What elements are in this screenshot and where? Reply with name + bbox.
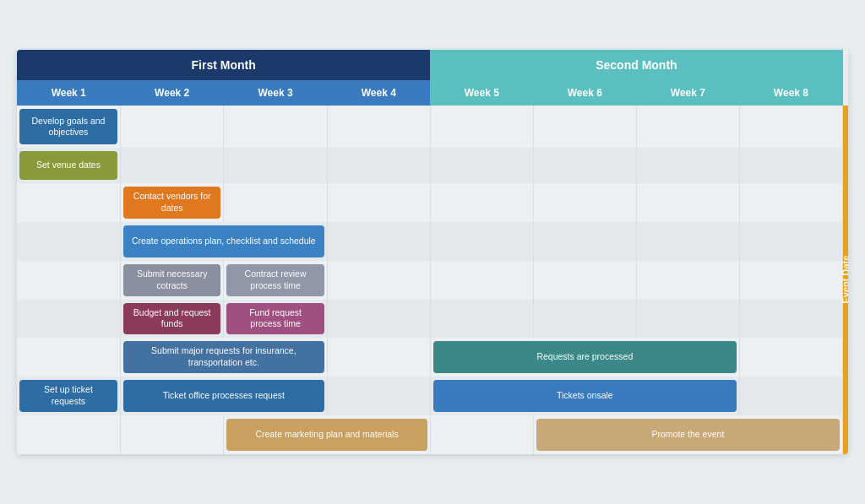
task-row-5: Submit necessary cotracts Contract revie… (17, 261, 848, 300)
cell-9-5 (430, 415, 533, 454)
cell-1-7 (636, 106, 739, 148)
cell-8-8 (739, 377, 842, 415)
cell-8-4 (327, 377, 430, 415)
task-cell-2-1: Set venue dates (17, 148, 120, 183)
task-cell-7-2: Submit major requests for insurance, tra… (120, 338, 327, 377)
task-row-2: Set venue dates (17, 148, 848, 183)
task-cell-9-3: Create marketing plan and materials (224, 415, 430, 454)
cell-2-6 (533, 148, 636, 183)
cell-5-8 (739, 261, 842, 300)
task-row-9: Create marketing plan and materials Prom… (17, 415, 848, 454)
task-tickets-onsale: Tickets onsale (433, 380, 737, 412)
cell-3-1 (17, 183, 120, 221)
gantt-chart: First Month Second Month Week 1 Week 2 W… (17, 50, 848, 454)
cell-6-1 (17, 300, 120, 338)
cell-2-3 (224, 148, 327, 183)
task-row-3: Contact vendors for dates (17, 183, 848, 221)
task-row-4: Create operations plan, checklist and sc… (17, 222, 848, 261)
task-cell-5-2: Submit necessary cotracts (120, 261, 223, 300)
cell-1-4 (327, 106, 430, 148)
cell-5-4 (327, 261, 430, 300)
event-date-label: Event Date (843, 106, 848, 454)
week-6-header: Week 6 (533, 80, 636, 106)
cell-3-5 (430, 183, 533, 221)
task-promote-event: Promote the event (536, 419, 840, 451)
cell-3-8 (739, 183, 842, 221)
cell-7-1 (17, 338, 120, 377)
event-date-column: Event Date (843, 106, 849, 454)
week-3-header: Week 3 (224, 80, 327, 106)
task-row-1: Develop goals and objectives Event Date (17, 106, 848, 148)
week-1-header: Week 1 (17, 80, 120, 106)
cell-3-4 (327, 183, 430, 221)
task-budget: Budget and request funds (123, 303, 220, 334)
cell-1-6 (533, 106, 636, 148)
cell-2-7 (636, 148, 739, 183)
week-4-header: Week 4 (327, 80, 430, 106)
cell-4-8 (739, 222, 842, 261)
task-cell-9-6: Promote the event (533, 415, 842, 454)
week-2-header: Week 2 (120, 80, 223, 106)
cell-2-5 (430, 148, 533, 183)
cell-1-8 (739, 106, 842, 148)
cell-4-5 (430, 222, 533, 261)
task-cell-3-2: Contact vendors for dates (120, 183, 223, 221)
cell-1-2 (120, 106, 223, 148)
week-8-header: Week 8 (739, 80, 842, 106)
task-develop-goals: Develop goals and objectives (19, 109, 117, 144)
task-cell-8-3: Ticket office processes request (120, 377, 327, 415)
week-5-header: Week 5 (430, 80, 533, 106)
task-submit-major: Submit major requests for insurance, tra… (123, 341, 324, 373)
task-row-6: Budget and request funds Fund request pr… (17, 300, 848, 338)
cell-5-7 (636, 261, 739, 300)
task-cell-6-3: Fund request process time (224, 300, 327, 338)
cell-6-6 (533, 300, 636, 338)
cell-3-6 (533, 183, 636, 221)
cell-9-1 (17, 415, 120, 454)
cell-4-6 (533, 222, 636, 261)
cell-6-5 (430, 300, 533, 338)
cell-9-2 (120, 415, 223, 454)
task-cell-6-2: Budget and request funds (120, 300, 223, 338)
cell-3-7 (636, 183, 739, 221)
task-marketing-plan: Create marketing plan and materials (226, 419, 427, 451)
task-row-8: Set up ticket requests Ticket office pro… (17, 377, 848, 415)
week-7-header: Week 7 (636, 80, 739, 106)
cell-5-1 (17, 261, 120, 300)
cell-6-8 (739, 300, 842, 338)
cell-1-3 (224, 106, 327, 148)
cell-2-2 (120, 148, 223, 183)
month-second: Second Month (430, 50, 842, 80)
task-cell-7-5: Requests are processed (430, 338, 739, 377)
task-set-venue: Set venue dates (19, 151, 117, 180)
cell-4-4 (327, 222, 430, 261)
task-requests-processed: Requests are processed (433, 341, 737, 373)
task-fund-request: Fund request process time (226, 303, 324, 334)
cell-4-1 (17, 222, 120, 261)
cell-5-5 (430, 261, 533, 300)
cell-5-6 (533, 261, 636, 300)
task-ticket-office: Ticket office processes request (123, 380, 324, 412)
month-first: First Month (17, 50, 430, 80)
cell-7-8 (739, 338, 842, 377)
cell-2-4 (327, 148, 430, 183)
task-contact-vendors: Contact vendors for dates (123, 187, 220, 218)
cell-1-5 (430, 106, 533, 148)
task-operations-plan: Create operations plan, checklist and sc… (123, 225, 324, 257)
cell-2-8 (739, 148, 842, 183)
task-ticket-requests: Set up ticket requests (19, 380, 117, 412)
cell-6-7 (636, 300, 739, 338)
task-cell-8-5: Tickets onsale (430, 377, 739, 415)
task-cell-5-3: Contract review process time (224, 261, 327, 300)
cell-6-4 (327, 300, 430, 338)
task-submit-contracts: Submit necessary cotracts (123, 264, 220, 296)
task-cell-1-1: Develop goals and objectives (17, 106, 120, 148)
task-cell-8-1: Set up ticket requests (17, 377, 120, 415)
cell-3-3 (224, 183, 327, 221)
task-contract-review: Contract review process time (226, 264, 324, 296)
cell-7-4 (327, 338, 430, 377)
task-cell-4-2: Create operations plan, checklist and sc… (120, 222, 327, 261)
cell-4-7 (636, 222, 739, 261)
task-row-7: Submit major requests for insurance, tra… (17, 338, 848, 377)
